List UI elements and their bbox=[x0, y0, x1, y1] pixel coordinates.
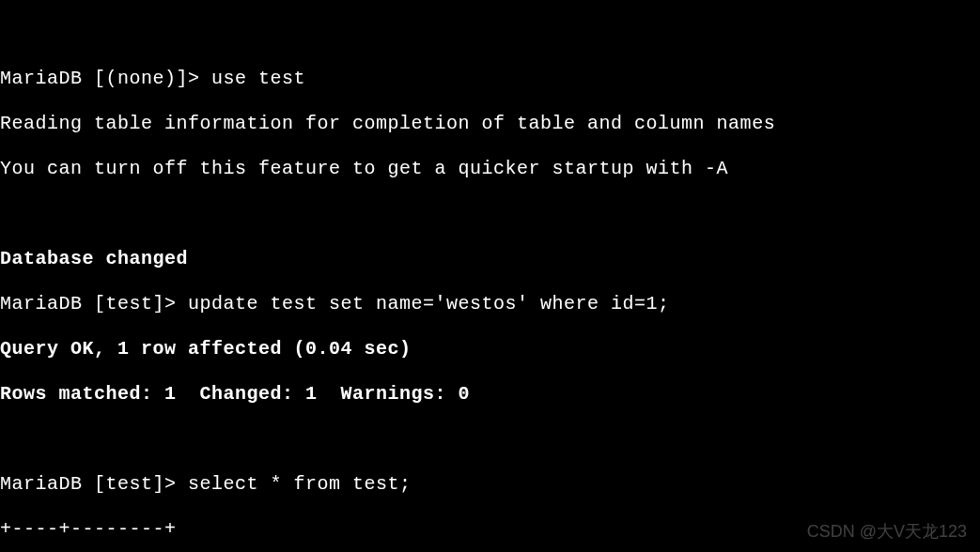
rows-matched: Rows matched: 1 Changed: 1 Warnings: 0 bbox=[0, 383, 470, 405]
update-command: MariaDB [test]> update test set name='we… bbox=[0, 293, 670, 314]
reading-table-info: Reading table information for completion… bbox=[0, 113, 775, 134]
query-ok: Query OK, 1 row affected (0.04 sec) bbox=[0, 338, 412, 360]
turn-off-feature: You can turn off this feature to get a q… bbox=[0, 158, 728, 179]
table-border-top: +----+--------+ bbox=[0, 518, 177, 540]
prompt-use-test: MariaDB [(none)]> use test bbox=[0, 68, 305, 89]
select-command: MariaDB [test]> select * from test; bbox=[0, 473, 412, 495]
csdn-watermark: CSDN @大V天龙123 bbox=[807, 522, 967, 543]
database-changed: Database changed bbox=[0, 248, 188, 269]
